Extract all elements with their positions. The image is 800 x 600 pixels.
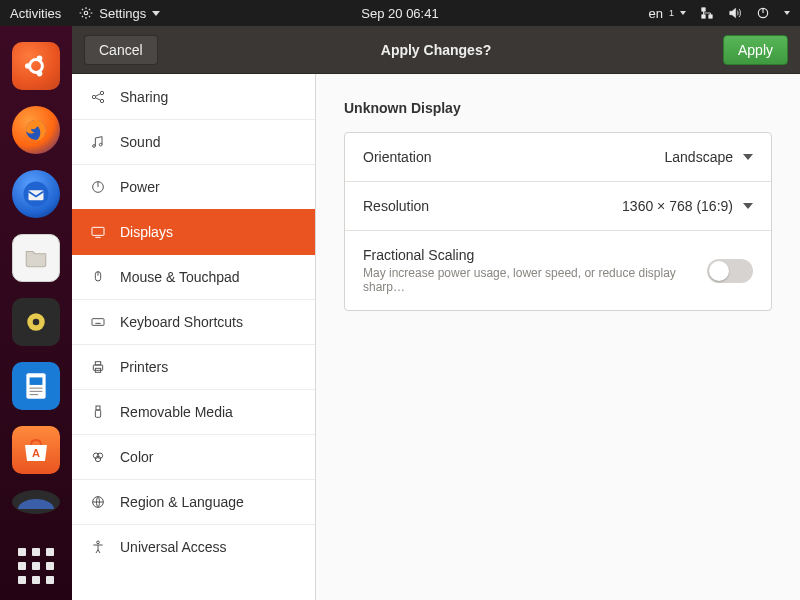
- firefox-icon: [21, 115, 51, 145]
- dock-item-ubuntu-software[interactable]: A: [12, 426, 60, 474]
- sidebar-item-displays[interactable]: Displays: [72, 209, 315, 254]
- svg-rect-2: [709, 15, 713, 19]
- power-indicator[interactable]: [756, 6, 770, 20]
- sidebar-item-printers[interactable]: Printers: [72, 344, 315, 389]
- speaker-cone-icon: [21, 307, 51, 337]
- network-indicator[interactable]: [700, 6, 714, 20]
- folder-icon: [23, 245, 49, 271]
- gear-icon: [79, 6, 93, 20]
- fractional-scaling-switch[interactable]: [707, 259, 753, 283]
- chevron-down-icon: [743, 203, 753, 209]
- input-source-label: en: [649, 6, 663, 21]
- apply-button[interactable]: Apply: [723, 35, 788, 65]
- sidebar-item-sharing[interactable]: Sharing: [72, 74, 315, 119]
- show-applications-button[interactable]: [18, 548, 54, 584]
- chevron-down-icon[interactable]: [784, 11, 790, 15]
- svg-point-23: [92, 95, 95, 98]
- sidebar-item-label: Keyboard Shortcuts: [120, 314, 243, 330]
- dock-item-show-applications-hint[interactable]: [12, 42, 60, 90]
- fractional-scaling-label: Fractional Scaling: [363, 247, 707, 263]
- music-note-icon: [90, 134, 106, 150]
- sidebar-item-label: Region & Language: [120, 494, 244, 510]
- apply-label: Apply: [738, 42, 773, 58]
- chevron-down-icon: [743, 154, 753, 160]
- appmenu-label: Settings: [99, 6, 146, 21]
- dock-item-thunderbird[interactable]: [12, 170, 60, 218]
- svg-point-16: [33, 319, 40, 326]
- svg-rect-44: [96, 406, 100, 410]
- sidebar-item-label: Color: [120, 449, 153, 465]
- sidebar-item-removable[interactable]: Removable Media: [72, 389, 315, 434]
- svg-text:A: A: [32, 447, 40, 459]
- document-icon: [23, 371, 49, 401]
- sidebar-item-label: Universal Access: [120, 539, 227, 555]
- switch-knob: [709, 261, 729, 281]
- sidebar-item-color[interactable]: Color: [72, 434, 315, 479]
- orientation-row[interactable]: Orientation Landscape: [345, 133, 771, 181]
- input-source-indicator[interactable]: en1: [649, 6, 686, 21]
- svg-rect-30: [92, 227, 104, 235]
- clock-label: Sep 20 06:41: [361, 6, 438, 21]
- svg-point-50: [97, 541, 100, 544]
- mouse-icon: [90, 269, 106, 285]
- activities-button[interactable]: Activities: [10, 6, 61, 21]
- sidebar-item-sound[interactable]: Sound: [72, 119, 315, 164]
- svg-rect-34: [92, 319, 104, 326]
- dock-item-rhythmbox[interactable]: [12, 298, 60, 346]
- shopping-bag-icon: A: [21, 437, 51, 463]
- sidebar-item-universal-access[interactable]: Universal Access: [72, 524, 315, 569]
- section-title: Unknown Display: [344, 100, 772, 116]
- cancel-label: Cancel: [99, 42, 143, 58]
- speaker-icon: [728, 6, 742, 20]
- display-settings-list: Orientation Landscape Resolution 1360 × …: [344, 132, 772, 311]
- dock-item-libreoffice-writer[interactable]: [12, 362, 60, 410]
- cancel-button[interactable]: Cancel: [84, 35, 158, 65]
- fractional-scaling-row: Fractional Scaling May increase power us…: [345, 230, 771, 310]
- globe-icon: [90, 494, 106, 510]
- sidebar-item-label: Power: [120, 179, 160, 195]
- settings-sidebar: Sharing Sound Power Displays Mouse & Tou…: [72, 74, 316, 600]
- dock-item-firefox[interactable]: [12, 106, 60, 154]
- sidebar-item-region[interactable]: Region & Language: [72, 479, 315, 524]
- resolution-row[interactable]: Resolution 1360 × 768 (16:9): [345, 181, 771, 230]
- headerbar: Cancel Apply Changes? Apply: [72, 26, 800, 74]
- svg-rect-42: [95, 362, 100, 365]
- dock-item-files[interactable]: [12, 234, 60, 282]
- accessibility-icon: [90, 539, 106, 555]
- sidebar-item-label: Mouse & Touchpad: [120, 269, 240, 285]
- chevron-down-icon: [680, 11, 686, 15]
- svg-point-27: [99, 143, 102, 146]
- svg-point-24: [100, 91, 103, 94]
- power-icon: [90, 179, 106, 195]
- sidebar-item-label: Sharing: [120, 89, 168, 105]
- activities-label: Activities: [10, 6, 61, 21]
- svg-rect-1: [702, 8, 706, 12]
- resolution-value: 1360 × 768 (16:9): [622, 198, 733, 214]
- content-area: Unknown Display Orientation Landscape Re…: [316, 74, 800, 600]
- appmenu-button[interactable]: Settings: [79, 6, 160, 21]
- svg-rect-41: [93, 365, 102, 370]
- sidebar-item-power[interactable]: Power: [72, 164, 315, 209]
- sidebar-item-label: Printers: [120, 359, 168, 375]
- fractional-scaling-subtitle: May increase power usage, lower speed, o…: [363, 266, 707, 294]
- chevron-down-icon: [152, 11, 160, 16]
- svg-rect-13: [29, 190, 44, 200]
- usb-icon: [90, 404, 106, 420]
- sidebar-item-label: Removable Media: [120, 404, 233, 420]
- orientation-value: Landscape: [664, 149, 733, 165]
- sidebar-item-label: Displays: [120, 224, 173, 240]
- dock: A: [0, 26, 72, 600]
- sidebar-item-mouse[interactable]: Mouse & Touchpad: [72, 254, 315, 299]
- clock[interactable]: Sep 20 06:41: [361, 6, 438, 21]
- volume-indicator[interactable]: [728, 6, 742, 20]
- svg-rect-18: [30, 377, 43, 385]
- sidebar-item-keyboard[interactable]: Keyboard Shortcuts: [72, 299, 315, 344]
- share-icon: [90, 89, 106, 105]
- printer-icon: [90, 359, 106, 375]
- svg-point-26: [93, 145, 96, 148]
- keyboard-icon: [90, 314, 106, 330]
- ubuntu-icon: [22, 52, 50, 80]
- dock-item-help[interactable]: [12, 490, 60, 514]
- svg-rect-45: [95, 410, 100, 417]
- svg-point-0: [85, 11, 89, 15]
